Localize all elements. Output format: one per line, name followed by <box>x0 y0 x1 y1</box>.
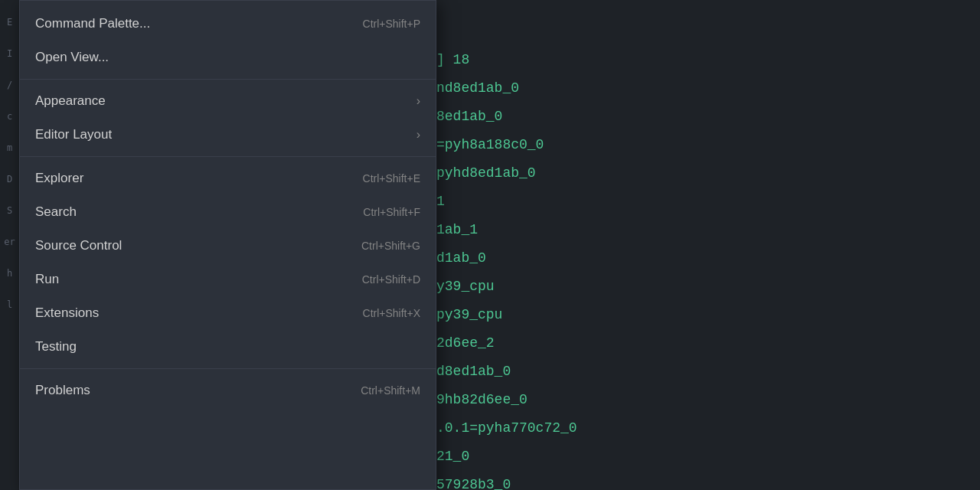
menu-item-editor-layout[interactable]: Editor Layout › <box>20 118 436 152</box>
menu-item-label: Extensions <box>35 305 99 321</box>
menu-item-shortcut: Ctrl+Shift+G <box>361 240 420 252</box>
code-line: 21_0 <box>436 443 980 471</box>
menu-item-shortcut: Ctrl+Shift+P <box>363 18 420 30</box>
code-line: nd8ed1ab_0 <box>436 74 980 103</box>
menu-item-open-view[interactable]: Open View... <box>20 41 436 74</box>
sidebar-letter: m <box>3 133 16 162</box>
code-line: 2d6ee_2 <box>436 329 980 358</box>
sidebar-letter: l <box>3 290 16 318</box>
menu-item-problems[interactable]: Problems Ctrl+Shift+M <box>20 374 436 407</box>
menu-item-label: Editor Layout <box>35 127 112 142</box>
code-line: 8ed1ab_0 <box>436 103 980 131</box>
menu-item-shortcut: Ctrl+Shift+D <box>362 273 420 286</box>
menu-item-shortcut: Ctrl+Shift+M <box>361 384 420 397</box>
sidebar-letter: D <box>3 165 16 193</box>
menu-item-label: Explorer <box>35 171 83 186</box>
menu-item-label: Open View... <box>35 50 109 65</box>
menu-item-run[interactable]: Run Ctrl+Shift+D <box>20 263 436 296</box>
chevron-right-icon: › <box>416 94 420 108</box>
sidebar-letter: I <box>3 39 16 67</box>
menu-item-label: Command Palette... <box>35 16 150 31</box>
menu-item-label: Run <box>35 272 59 287</box>
sidebar-letter: / <box>3 70 16 99</box>
menu-separator <box>20 368 436 369</box>
sidebar-letter: E <box>3 8 16 36</box>
menu-item-label: Testing <box>35 339 77 354</box>
menu-item-appearance[interactable]: Appearance › <box>20 84 436 118</box>
sidebar-letter: er <box>3 227 16 256</box>
menu-item-label: Problems <box>35 383 90 398</box>
code-line: pyhd8ed1ab_0 <box>436 159 980 188</box>
menu-separator <box>20 79 436 80</box>
menu-item-testing[interactable]: Testing <box>20 330 436 364</box>
menu-item-label: Source Control <box>35 238 122 253</box>
code-line: d1ab_0 <box>436 244 980 273</box>
code-line: py39_cpu <box>436 301 980 329</box>
chevron-right-icon: › <box>416 128 420 142</box>
sidebar-letter: c <box>3 102 16 130</box>
left-sidebar: E I / c m D S er h l <box>0 0 19 490</box>
code-line: 57928b3_0 <box>436 471 980 490</box>
menu-item-extensions[interactable]: Extensions Ctrl+Shift+X <box>20 296 436 330</box>
code-line: y39_cpu <box>436 273 980 301</box>
code-line: 9hb82d6ee_0 <box>436 386 980 414</box>
menu-item-label: Search <box>35 204 77 220</box>
menu-item-shortcut: Ctrl+Shift+E <box>363 172 420 185</box>
code-line: 1ab_1 <box>436 216 980 244</box>
menu-item-shortcut: Ctrl+Shift+F <box>363 206 420 218</box>
code-line: .0.1=pyha770c72_0 <box>436 414 980 443</box>
menu-item-shortcut: Ctrl+Shift+X <box>363 307 420 319</box>
menu-item-explorer[interactable]: Explorer Ctrl+Shift+E <box>20 162 436 195</box>
code-line: ] 18 <box>436 46 980 74</box>
menu-item-command-palette[interactable]: Command Palette... Ctrl+Shift+P <box>20 7 436 41</box>
context-menu: Command Palette... Ctrl+Shift+P Open Vie… <box>19 0 436 490</box>
code-line: 1 <box>436 188 980 216</box>
code-line: d8ed1ab_0 <box>436 358 980 386</box>
code-line: =pyh8a188c0_0 <box>436 131 980 159</box>
menu-item-source-control[interactable]: Source Control Ctrl+Shift+G <box>20 229 436 263</box>
sidebar-letter: S <box>3 196 16 224</box>
sidebar-letter: h <box>3 259 16 287</box>
menu-separator <box>20 156 436 157</box>
menu-item-search[interactable]: Search Ctrl+Shift+F <box>20 195 436 229</box>
menu-item-label: Appearance <box>35 93 106 109</box>
